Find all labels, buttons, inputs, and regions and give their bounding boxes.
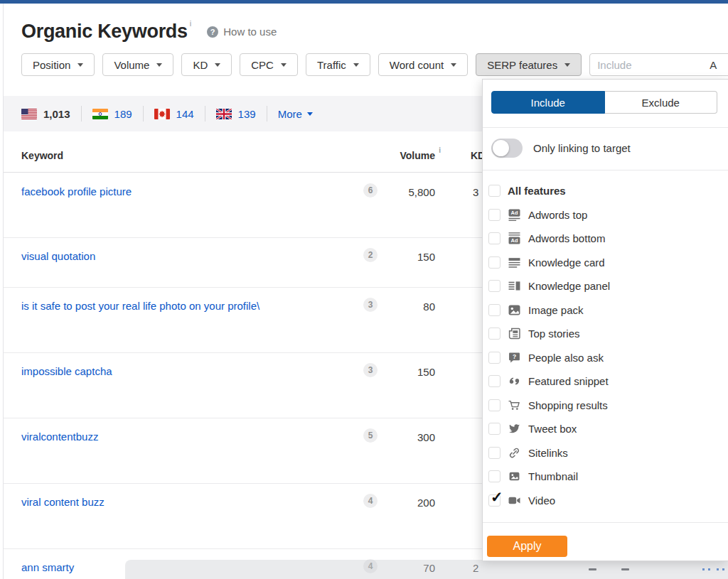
serp-feature-item-featured-snippet[interactable]: Featured snippet [488, 369, 728, 394]
filter-button-traffic[interactable]: Traffic [306, 53, 370, 76]
checkmark-icon: ✓ [491, 489, 503, 504]
filter-button-volume[interactable]: Volume [102, 53, 173, 76]
column-header-volume[interactable]: Volumei [400, 150, 435, 161]
title-info-icon[interactable]: i [190, 19, 191, 28]
checkbox[interactable] [488, 470, 500, 482]
checkbox[interactable] [488, 328, 500, 340]
position-badge: 6 [363, 183, 378, 197]
checkbox[interactable]: ✓ [488, 494, 500, 507]
country-tab[interactable]: 139 [216, 108, 256, 120]
page-title: Organic Keywords [21, 21, 188, 43]
people-also-ask-icon: ? [508, 351, 520, 364]
checkbox[interactable] [488, 352, 500, 364]
filter-button-cpc[interactable]: CPC [240, 53, 298, 76]
checkbox[interactable] [488, 375, 500, 387]
divider [205, 106, 205, 121]
country-tab[interactable]: 1,013 [21, 108, 70, 120]
filter-button-serp-features[interactable]: SERP features [476, 53, 582, 76]
keyword-link[interactable]: viralcontentbuzz [21, 431, 98, 443]
filter-label: KD [193, 59, 208, 71]
serp-feature-item-people-also-ask[interactable]: ?People also ask [488, 346, 728, 370]
feature-label: Adwords bottom [528, 232, 605, 244]
only-linking-toggle[interactable] [491, 139, 523, 158]
volume-value: 300 [417, 431, 435, 443]
serp-feature-item-all-features[interactable]: All features [488, 179, 728, 203]
how-to-use-link[interactable]: ? How to use [207, 26, 277, 38]
filter-button-position[interactable]: Position [21, 53, 95, 76]
tab-exclude[interactable]: Exclude [605, 91, 718, 114]
serp-feature-item-sitelinks[interactable]: Sitelinks [488, 441, 728, 465]
checkbox[interactable] [488, 423, 500, 435]
serp-feature-item-image-pack[interactable]: Image pack [488, 298, 728, 323]
checkbox[interactable] [488, 232, 500, 244]
apply-button[interactable]: Apply [487, 536, 567, 557]
checkbox[interactable] [488, 304, 500, 316]
country-tab[interactable]: 189 [92, 108, 132, 120]
svg-text:Ad: Ad [510, 210, 518, 216]
divider [81, 106, 82, 121]
position-badge: 3 [363, 363, 378, 377]
kd-value-fragment: 3 [473, 186, 478, 198]
serp-feature-item-knowledge-panel[interactable]: Knowledge panel [488, 274, 728, 298]
serp-feature-item-top-stories[interactable]: Top stories [488, 322, 728, 346]
filter-button-kd[interactable]: KD [181, 53, 232, 76]
knowledge-panel-icon [508, 280, 520, 293]
feature-label: Knowledge panel [528, 280, 610, 292]
include-keywords-input[interactable]: IncludeA [589, 53, 728, 76]
adwords-top-icon: Ad [508, 208, 520, 221]
top-accent-bar [0, 0, 728, 4]
serp-feature-item-adwords-bottom[interactable]: AdAdwords bottom [488, 227, 728, 251]
serp-feature-item-adwords-top[interactable]: AdAdwords top [488, 203, 728, 227]
include-exclude-tabs: Include Exclude [491, 91, 717, 114]
feature-label: Featured snippet [528, 375, 609, 387]
filter-label: Volume [114, 59, 149, 71]
country-keyword-count: 189 [114, 108, 132, 120]
featured-snippet-icon [508, 375, 520, 388]
serp-feature-item-tweet-box[interactable]: Tweet box [488, 417, 728, 441]
filter-label: Traffic [317, 59, 346, 71]
keyword-link[interactable]: viral content buzz [21, 496, 105, 508]
how-to-use-label: How to use [223, 26, 277, 38]
serp-feature-item-shopping-results[interactable]: Shopping results [488, 394, 728, 418]
feature-label: Shopping results [528, 399, 608, 411]
feature-label: Thumbnail [528, 470, 578, 482]
chevron-down-icon [156, 63, 162, 67]
chevron-down-icon [281, 63, 287, 67]
volume-value: 80 [423, 301, 435, 313]
more-countries-button[interactable]: More [278, 108, 313, 120]
keyword-link[interactable]: facebook profile picture [21, 185, 132, 197]
top-stories-icon [508, 328, 520, 340]
india-flag-icon [92, 109, 108, 119]
keyword-link[interactable]: visual quotation [21, 250, 95, 262]
feature-label: Sitelinks [528, 447, 568, 459]
shopping-results-icon [508, 399, 520, 411]
checkbox[interactable] [488, 209, 500, 221]
serp-feature-item-thumbnail[interactable]: Thumbnail [488, 465, 728, 489]
filter-button-word-count[interactable]: Word count [378, 53, 468, 76]
keyword-link[interactable]: ann smarty [21, 561, 74, 573]
checkbox[interactable] [488, 399, 500, 411]
tab-include[interactable]: Include [491, 91, 605, 114]
checkbox[interactable] [488, 447, 500, 459]
filter-label: CPC [251, 59, 274, 71]
more-label: More [278, 108, 302, 120]
filter-label: SERP features [487, 59, 557, 71]
checkbox[interactable] [488, 256, 500, 269]
checkbox[interactable] [488, 185, 500, 197]
volume-value: 150 [417, 366, 435, 378]
country-tab[interactable]: 144 [154, 108, 194, 120]
feature-label: Tweet box [528, 423, 577, 435]
filter-label: Word count [390, 59, 444, 71]
svg-text:?: ? [512, 353, 515, 360]
canada-flag-icon [154, 109, 170, 119]
horizontal-scrollbar-track[interactable] [125, 560, 728, 579]
column-header-keyword[interactable]: Keyword [21, 150, 63, 161]
tweet-box-icon [508, 423, 520, 435]
volume-value: 200 [417, 497, 435, 509]
checkbox[interactable] [488, 280, 500, 292]
keyword-link[interactable]: impossible captcha [21, 365, 112, 377]
feature-label: All features [508, 185, 566, 197]
serp-feature-item-knowledge-card[interactable]: Knowledge card [488, 251, 728, 275]
keyword-link[interactable]: is it safe to post your real life photo … [21, 300, 259, 312]
serp-feature-item-video[interactable]: ✓Video [488, 489, 728, 513]
